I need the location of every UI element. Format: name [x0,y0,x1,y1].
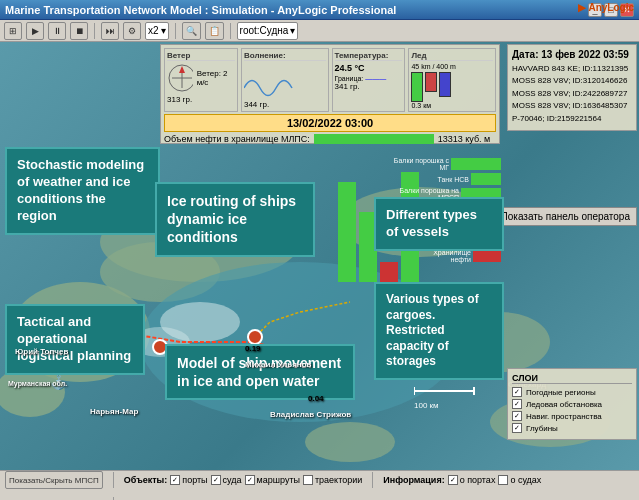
bar-row-7: Хранилище нефти [411,249,501,263]
layer-check-1[interactable]: ✓ [512,387,522,397]
checkbox-ports[interactable]: ✓ порты [170,475,207,485]
checkbox-ship-info[interactable]: о судах [498,475,541,485]
datetime-display: 13/02/2022 03:00 [164,114,496,132]
scale-bar: 100 км [414,384,494,410]
show-panel-button[interactable]: Показать панель оператора [494,207,637,226]
distance-2: 0.04 [308,394,324,403]
checkbox-ports-label: порты [182,475,207,485]
layer-label-1: Погодные регионы [526,388,596,397]
layer-label-4: Глубины [526,424,558,433]
checkbox-routes-label: маршруты [257,475,300,485]
layer-item-2[interactable]: ✓ Ледовая обстановка [512,399,632,409]
annotation-cargoes: Various types of cargoes. Restricted cap… [374,282,504,380]
oil-bar [314,134,434,144]
status-sep-2 [372,472,373,488]
svg-point-12 [248,330,262,344]
toolbar-export-button[interactable]: 📋 [205,22,224,40]
vessel-entry-2: MOSS 828 V8V; ID:3120146626 [512,76,632,86]
check-ships[interactable]: ✓ [211,475,221,485]
info-label: Информация: [383,475,444,485]
distance-1: 0.19 [245,344,261,353]
layer-label-3: Навиг. пространства [526,412,602,421]
toolbar: ⊞ ▶ ⏸ ⏹ ⏭ ⚙ x2 ▾ 🔍 📋 root:Судна ▾ ▶ AnyL… [0,20,639,42]
annotation-different-vessels: Different types of vessels [374,197,504,251]
wind-title: Ветер [167,51,235,61]
oil-bar-row: Объем нефти в хранилище МЛПС: 13313 куб.… [164,134,496,144]
objects-section: Объекты: ✓ порты ✓ суда ✓ маршруты траек… [124,475,363,485]
toolbar-step-button[interactable]: ⏭ [101,22,119,40]
temp-section: Температура: 24.5 °C Граница: ——— 341 гр… [332,48,406,112]
layers-panel: СЛОИ ✓ Погодные регионы ✓ Ледовая обстан… [507,368,637,440]
place-yuri-topchev: Юрий Топчев [15,347,68,356]
objects-label: Объекты: [124,475,168,485]
wind-compass [167,63,193,93]
info-panel: Ветер Ветер: 2 м/с 313 гр. Волнение: [160,44,500,144]
show-hide-mlps-button[interactable]: Показать/Скрыть МПСП [5,471,103,489]
check-port-info[interactable]: ✓ [448,475,458,485]
wind-section: Ветер Ветер: 2 м/с 313 гр. [164,48,238,112]
status-sep-1 [113,472,114,488]
checkbox-port-info[interactable]: ✓ о портах [448,475,496,485]
bar-label-7: Хранилище нефти [411,249,471,263]
bar-label-1: Балки порошка с МГ [389,157,449,171]
layer-check-3[interactable]: ✓ [512,411,522,421]
toolbar-play-button[interactable]: ▶ [26,22,44,40]
simulation-area: ⚓ ⚓ ➜ Ветер Ветер: 2 м [0,42,639,470]
wave-chart: 24.5 [244,63,294,98]
ship-weight-1: 313 гр. [167,95,235,104]
toolbar-multiplier[interactable]: x2 ▾ [145,22,169,40]
place-naryan-mar: Нарьян-Мар [90,407,138,416]
visibility: 0.3 км [411,102,493,109]
bar-label-2: Танк НСВ [409,176,469,183]
temp-value: 24.5 °C [335,63,403,73]
layer-item-1[interactable]: ✓ Погодные регионы [512,387,632,397]
status-bar: Показать/Скрыть МПСП Объекты: ✓ порты ✓ … [0,470,639,500]
vessel-entry-4: MOSS 828 V8V; ID:1636485307 [512,101,632,111]
toolbar-stop-button[interactable]: ⏹ [70,22,88,40]
vessel-entry-5: P-70046; ID:2159221564 [512,114,632,124]
toolbar-sep-1 [94,23,95,39]
layer-label-2: Ледовая обстановка [526,400,602,409]
toolbar-pause-button[interactable]: ⏸ [48,22,66,40]
layer-item-3[interactable]: ✓ Навиг. пространства [512,411,632,421]
right-info-panel: Дата: 13 фев 2022 03:59 HAVVARD 843 KE; … [507,44,637,131]
toolbar-sep-3 [230,23,231,39]
checkbox-ships-label: суда [223,475,242,485]
toolbar-nav-button[interactable]: 🔍 [182,22,201,40]
svg-point-7 [305,422,395,462]
info-section: Информация: ✓ о портах о судах [383,475,541,485]
check-ports[interactable]: ✓ [170,475,180,485]
ice-section: Лед 45 km / 400 m 0.3 км [408,48,496,112]
wind-value: Ветер: 2 м/с [197,69,235,87]
check-routes[interactable]: ✓ [245,475,255,485]
toolbar-path[interactable]: root:Судна ▾ [237,22,299,40]
vbar-fill-1 [338,182,356,282]
vessel-entry-1: HAVVARD 843 KE; ID:11321395 [512,64,632,74]
vbar-3 [380,262,398,282]
window-title: Marine Transportation Network Model : Si… [5,4,396,16]
layer-check-4[interactable]: ✓ [512,423,522,433]
checkbox-trajectories[interactable]: траектории [303,475,362,485]
vbar-fill-3 [380,262,398,282]
bar-row-2: Танк НСВ [409,173,501,185]
checkbox-ship-info-label: о судах [510,475,541,485]
layer-item-4[interactable]: ✓ Глубины [512,423,632,433]
check-ship-info[interactable] [498,475,508,485]
toolbar-sep-2 [175,23,176,39]
scale-label: 100 км [414,401,494,410]
ship-weight-2: 344 гр. [244,100,326,109]
vbar-1 [338,182,356,282]
check-trajectories[interactable] [303,475,313,485]
toolbar-settings-button[interactable]: ⚙ [123,22,141,40]
bar-fill-2 [471,173,501,185]
checkbox-ships[interactable]: ✓ суда [211,475,242,485]
layer-check-2[interactable]: ✓ [512,399,522,409]
bar-row-1: Балки порошка с МГ [389,157,501,171]
annotation-tactical: Tactical and operational logistical plan… [5,304,145,375]
ship-weight-3: 341 гр. [335,82,403,91]
toolbar-home-button[interactable]: ⊞ [4,22,22,40]
checkbox-routes[interactable]: ✓ маршруты [245,475,300,485]
oil-label: Объем нефти в хранилище МЛПС: [164,134,310,144]
oil-value: 13313 куб. м [438,134,491,144]
bar-fill-1 [451,158,501,170]
